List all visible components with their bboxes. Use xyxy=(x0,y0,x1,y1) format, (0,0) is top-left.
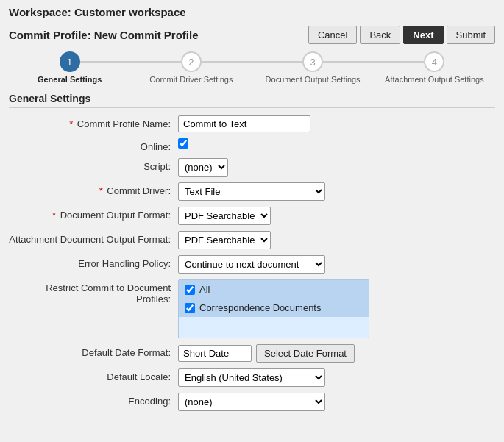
error-handling-select[interactable]: Continue to next document xyxy=(178,255,325,274)
form: * Commit Profile Name: Online: Script: (… xyxy=(9,115,495,411)
online-row: Online: xyxy=(9,138,495,152)
step-circle-2: 2 xyxy=(181,51,202,72)
commit-driver-row: * Commit Driver: Text File xyxy=(9,182,495,201)
script-label: Script: xyxy=(9,158,178,172)
encoding-label: Encoding: xyxy=(9,393,178,407)
attachment-doc-output-control: PDF Searchable xyxy=(178,231,495,249)
submit-button[interactable]: Submit xyxy=(447,26,495,44)
encoding-row: Encoding: (none) xyxy=(9,393,495,411)
default-locale-select[interactable]: English (United States) xyxy=(178,368,325,387)
commit-profile-header: Commit Profile: New Commit Profile Cance… xyxy=(9,26,495,44)
online-checkbox[interactable] xyxy=(178,138,188,149)
doc-output-format-control: PDF Searchable xyxy=(178,207,495,225)
restrict-commit-label: Restrict Commit to Document Profiles: xyxy=(9,279,178,304)
script-row: Script: (none) xyxy=(9,158,495,177)
required-star-2: * xyxy=(99,185,103,196)
commit-profile-name-input[interactable] xyxy=(178,115,310,132)
commit-profile-name-label: * Commit Profile Name: xyxy=(9,115,178,129)
default-date-format-label: Default Date Format: xyxy=(9,344,178,358)
section-heading: General Settings xyxy=(9,93,495,108)
default-locale-row: Default Locale: English (United States) xyxy=(9,368,495,387)
step-1: 1 General Settings xyxy=(9,51,130,84)
commit-driver-select[interactable]: Text File xyxy=(178,182,325,201)
commit-profile-title: Commit Profile: New Commit Profile xyxy=(9,29,199,41)
doc-profiles-list: All Correspondence Documents xyxy=(178,279,369,338)
step-2: 2 Commit Driver Settings xyxy=(130,51,252,84)
doc-profile-all-checkbox[interactable] xyxy=(185,285,195,295)
online-control xyxy=(178,138,495,149)
commit-driver-control: Text File xyxy=(178,182,495,201)
workspace-title: Workspace: Customer workspace xyxy=(9,6,495,18)
step-circle-1: 1 xyxy=(60,51,80,72)
doc-profile-all-label: All xyxy=(199,284,210,295)
required-star: * xyxy=(69,118,73,129)
doc-profile-all[interactable]: All xyxy=(179,280,369,299)
back-button[interactable]: Back xyxy=(360,26,400,44)
required-star-3: * xyxy=(52,210,56,221)
doc-output-format-row: * Document Output Format: PDF Searchable xyxy=(9,207,495,225)
attachment-doc-output-label: Attachment Document Output Format: xyxy=(9,231,178,245)
doc-profile-correspondence[interactable]: Correspondence Documents xyxy=(179,299,369,317)
step-label-1: General Settings xyxy=(38,75,102,84)
cancel-button[interactable]: Cancel xyxy=(308,26,357,44)
commit-profile-name-row: * Commit Profile Name: xyxy=(9,115,495,132)
attachment-doc-output-select[interactable]: PDF Searchable xyxy=(178,231,271,249)
step-3: 3 Document Output Settings xyxy=(252,51,374,84)
commit-profile-name-control xyxy=(178,115,495,132)
script-select[interactable]: (none) xyxy=(178,158,228,177)
script-control: (none) xyxy=(178,158,495,177)
doc-profile-correspondence-checkbox[interactable] xyxy=(185,303,195,313)
step-circle-3: 3 xyxy=(302,51,323,72)
encoding-control: (none) xyxy=(178,393,495,411)
page-wrapper: Workspace: Customer workspace Commit Pro… xyxy=(0,0,504,442)
select-date-format-button[interactable]: Select Date Format xyxy=(256,344,355,363)
date-format-display: Short Date xyxy=(178,345,252,362)
doc-output-format-label: * Document Output Format: xyxy=(9,207,178,221)
online-label: Online: xyxy=(9,138,178,152)
step-label-3: Document Output Settings xyxy=(266,75,361,84)
error-handling-label: Error Handling Policy: xyxy=(9,255,178,269)
step-label-4: Attachment Output Settings xyxy=(385,75,484,84)
encoding-select[interactable]: (none) xyxy=(178,393,325,411)
restrict-commit-control: All Correspondence Documents xyxy=(178,279,495,338)
step-4: 4 Attachment Output Settings xyxy=(374,51,495,84)
doc-output-format-select[interactable]: PDF Searchable xyxy=(178,207,271,225)
error-handling-row: Error Handling Policy: Continue to next … xyxy=(9,255,495,274)
default-locale-control: English (United States) xyxy=(178,368,495,387)
default-date-format-control: Short Date Select Date Format xyxy=(178,344,495,363)
stepper: 1 General Settings 2 Commit Driver Setti… xyxy=(9,51,495,84)
default-locale-label: Default Locale: xyxy=(9,368,178,382)
attachment-doc-output-row: Attachment Document Output Format: PDF S… xyxy=(9,231,495,249)
step-label-2: Commit Driver Settings xyxy=(149,75,233,84)
commit-driver-label: * Commit Driver: xyxy=(9,182,178,196)
restrict-commit-row: Restrict Commit to Document Profiles: Al… xyxy=(9,279,495,338)
step-circle-4: 4 xyxy=(424,51,444,72)
doc-profile-correspondence-label: Correspondence Documents xyxy=(199,302,321,313)
error-handling-control: Continue to next document xyxy=(178,255,495,274)
header-buttons: Cancel Back Next Submit xyxy=(308,26,495,44)
default-date-format-row: Default Date Format: Short Date Select D… xyxy=(9,344,495,363)
next-button[interactable]: Next xyxy=(403,26,443,44)
